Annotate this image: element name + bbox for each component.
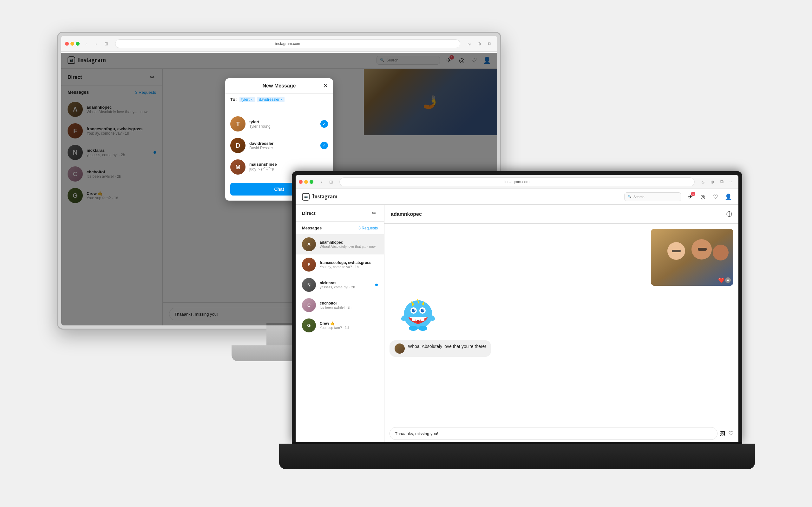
laptop-more-button[interactable]: ⋯ <box>728 178 735 186</box>
laptop-heart-input-icon[interactable]: ♡ <box>728 430 733 437</box>
laptop-unread-dot-2 <box>375 284 378 286</box>
laptop-avatar-4: G <box>302 319 316 332</box>
laptop-message-item-3[interactable]: CchchoitoiIt's been awhile! · 2h <box>296 295 384 315</box>
svg-point-14 <box>414 309 415 311</box>
modal-tag-davidressler-text: davidressler <box>259 97 280 102</box>
laptop-monster-sticker <box>396 291 440 335</box>
laptop-search-bar[interactable]: 🔍 Search <box>624 192 681 201</box>
svg-point-12 <box>412 308 415 313</box>
svg-rect-4 <box>672 250 681 252</box>
modal-tag-tylert: tylert × <box>240 97 255 102</box>
laptop-bookmark-button[interactable]: ⊕ <box>709 178 716 186</box>
laptop-profile-icon[interactable]: 👤 <box>724 193 732 201</box>
laptop-direct-header: Direct ✏ <box>296 205 384 222</box>
modal-tag-davidressler: davidressler × <box>257 97 285 102</box>
laptop-address-bar[interactable]: instagram.com <box>339 177 695 186</box>
laptop-avatar-0: A <box>302 237 316 251</box>
laptop-share-button[interactable]: ⎋ <box>699 178 707 186</box>
laptop-chat-body: ❤️ A <box>385 224 739 423</box>
laptop-chat-header: adamnkopec ⓘ <box>385 205 739 224</box>
laptop-msg-name-1: francescofogu, ewhatsgross <box>320 261 378 265</box>
laptop: ‹ ⊞ instagram.com ⎋ ⊕ ⧉ ⋯ <box>279 171 755 475</box>
modal-tag-tylert-remove[interactable]: × <box>251 98 253 101</box>
laptop-msg-preview-3: It's been awhile! · 2h <box>320 305 378 309</box>
modal-check-tylert: ✓ <box>320 120 328 128</box>
laptop-ig-logo-text: Instagram <box>312 193 338 200</box>
laptop-messenger-icon[interactable]: ✈ 1 <box>687 193 694 201</box>
modal-user-item-davidressler[interactable]: D davidressler David Ressler ✓ <box>225 135 333 156</box>
monster-svg <box>399 294 437 332</box>
laptop-maximize-light[interactable] <box>310 180 313 184</box>
tab-overview-button[interactable]: ⧉ <box>486 40 493 48</box>
laptop-msg-preview-2: yesssss, come by! · 2h <box>320 285 371 289</box>
laptop-compose-button[interactable]: ✏ <box>370 210 378 217</box>
svg-rect-5 <box>698 248 707 250</box>
laptop-direct-layout: Direct ✏ Messages 3 Requests Aadamnkopec… <box>296 205 739 444</box>
share-button[interactable]: ⎋ <box>465 40 473 48</box>
laptop-message-list: AadamnkopecWhoa! Absolutely love that y.… <box>296 234 384 444</box>
laptop-requests-button[interactable]: 3 Requests <box>358 226 378 230</box>
modal-check-davidressler: ✓ <box>320 142 328 149</box>
laptop-url-text: instagram.com <box>505 180 530 184</box>
laptop-heart-icon[interactable]: ♡ <box>712 193 719 201</box>
laptop-search-placeholder: Search <box>633 195 645 199</box>
laptop-direct-title: Direct <box>302 210 316 216</box>
modal-close-button[interactable]: ✕ <box>323 82 328 89</box>
laptop-chat-input-row: Thaaanks, missing you! 🖼 ♡ <box>385 423 739 444</box>
laptop-avatar-2: N <box>302 278 316 292</box>
modal-tag-davidressler-remove[interactable]: × <box>281 98 283 101</box>
forward-button[interactable]: › <box>92 40 100 48</box>
modal-user-info-maisunshinee: maisunshinee judy ヽ(*´▽`*)/ <box>249 162 328 172</box>
laptop-avatar-3: C <box>302 298 316 312</box>
laptop-sidebar-toggle[interactable]: ⊞ <box>327 178 335 186</box>
laptop-chat-info-button[interactable]: ⓘ <box>726 210 732 218</box>
close-traffic-light[interactable] <box>65 42 69 46</box>
modal-user-fullname-tylert: Tyler Troung <box>249 124 316 129</box>
modal-to-input[interactable] <box>230 105 284 110</box>
laptop-messages-header: Messages 3 Requests <box>296 222 384 234</box>
modal-to-label: To: <box>230 97 237 102</box>
modal-user-avatar-maisunshinee: M <box>230 159 246 175</box>
laptop-message-item-4[interactable]: GCrew 🤙You: sup fam? · 1d <box>296 315 384 336</box>
laptop-messages-label: Messages <box>302 226 322 230</box>
svg-point-13 <box>420 308 424 313</box>
laptop-back-button[interactable]: ‹ <box>318 178 325 186</box>
laptop-image-icon[interactable]: 🖼 <box>720 430 726 437</box>
url-text: instagram.com <box>275 42 300 46</box>
laptop-msg-info-4: Crew 🤙You: sup fam? · 1d <box>320 321 378 330</box>
laptop-chat-input-box[interactable]: Thaaanks, missing you! <box>390 427 717 440</box>
maximize-traffic-light[interactable] <box>76 42 80 46</box>
laptop-message-item-1[interactable]: Ffrancescofogu, ewhatsgrossYou: ay, como… <box>296 255 384 275</box>
sidebar-toggle-button[interactable]: ⊞ <box>102 40 110 48</box>
laptop-message-item-0[interactable]: AadamnkopecWhoa! Absolutely love that y.… <box>296 234 384 255</box>
laptop-bubble-avatar <box>395 343 405 354</box>
address-bar[interactable]: instagram.com <box>115 39 460 48</box>
laptop-ig-nav: 📷 Instagram 🔍 Search ✈ 1 ◎ <box>296 189 739 205</box>
modal-user-avatar-tylert: T <box>230 116 246 131</box>
laptop-search-icon: 🔍 <box>628 195 631 199</box>
modal-user-list: T tylert Tyler Troung ✓ <box>225 113 333 178</box>
laptop-message-item-2[interactable]: Nnicktarasyesssss, come by! · 2h <box>296 275 384 295</box>
modal-user-item-tylert[interactable]: T tylert Tyler Troung ✓ <box>225 113 333 135</box>
laptop-base <box>279 444 755 469</box>
bookmark-button[interactable]: ⊕ <box>475 40 483 48</box>
laptop-msg-name-4: Crew 🤙 <box>320 321 378 326</box>
laptop-close-light[interactable] <box>299 180 303 184</box>
modal-user-fullname-davidressler: David Ressler <box>249 146 316 150</box>
laptop-screen-frame: ‹ ⊞ instagram.com ⎋ ⊕ ⧉ ⋯ <box>292 171 742 444</box>
svg-point-22 <box>409 326 418 331</box>
modal-user-avatar-davidressler: D <box>230 138 246 153</box>
laptop-msg-info-3: chchoitoiIt's been awhile! · 2h <box>320 301 378 309</box>
laptop-tab-overview-button[interactable]: ⧉ <box>718 178 726 186</box>
minimize-traffic-light[interactable] <box>70 42 74 46</box>
laptop-browser-chrome: ‹ ⊞ instagram.com ⎋ ⊕ ⧉ ⋯ <box>296 175 739 189</box>
laptop-msg-info-2: nicktarasyesssss, come by! · 2h <box>320 281 371 289</box>
laptop-photo-row: ❤️ A <box>390 229 733 286</box>
laptop-compass-icon[interactable]: ◎ <box>699 193 707 201</box>
desktop-browser-chrome: ‹ › ⊞ instagram.com ⎋ ⊕ ⧉ <box>61 36 497 52</box>
svg-point-15 <box>422 309 424 311</box>
laptop-minimize-light[interactable] <box>304 180 308 184</box>
modal-user-name-maisunshinee: maisunshinee <box>249 162 328 167</box>
back-button[interactable]: ‹ <box>82 40 90 48</box>
svg-point-23 <box>418 326 427 331</box>
